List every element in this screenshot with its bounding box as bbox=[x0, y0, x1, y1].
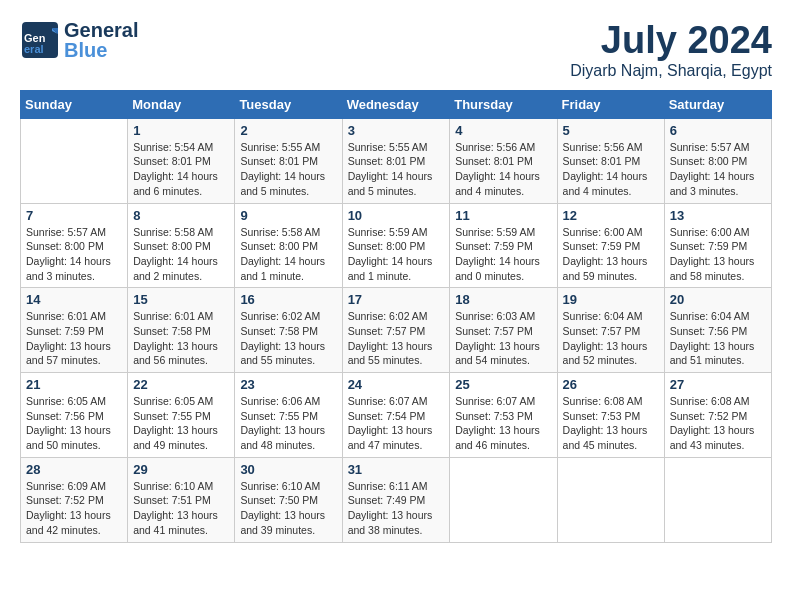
day-info: Sunrise: 6:04 AM Sunset: 7:56 PM Dayligh… bbox=[670, 309, 766, 368]
title-block: July 2024 Diyarb Najm, Sharqia, Egypt bbox=[570, 20, 772, 80]
day-info: Sunrise: 6:02 AM Sunset: 7:58 PM Dayligh… bbox=[240, 309, 336, 368]
day-number: 15 bbox=[133, 292, 229, 307]
calendar-cell bbox=[557, 457, 664, 542]
logo-general: General bbox=[64, 20, 138, 40]
day-of-week-header: Tuesday bbox=[235, 90, 342, 118]
day-info: Sunrise: 5:59 AM Sunset: 7:59 PM Dayligh… bbox=[455, 225, 551, 284]
day-of-week-header: Sunday bbox=[21, 90, 128, 118]
calendar-cell: 20Sunrise: 6:04 AM Sunset: 7:56 PM Dayli… bbox=[664, 288, 771, 373]
calendar-cell: 29Sunrise: 6:10 AM Sunset: 7:51 PM Dayli… bbox=[128, 457, 235, 542]
day-info: Sunrise: 6:02 AM Sunset: 7:57 PM Dayligh… bbox=[348, 309, 445, 368]
day-info: Sunrise: 6:11 AM Sunset: 7:49 PM Dayligh… bbox=[348, 479, 445, 538]
calendar-cell: 3Sunrise: 5:55 AM Sunset: 8:01 PM Daylig… bbox=[342, 118, 450, 203]
logo-icon: Gen eral bbox=[20, 20, 60, 60]
day-of-week-header: Friday bbox=[557, 90, 664, 118]
day-of-week-header: Saturday bbox=[664, 90, 771, 118]
day-info: Sunrise: 5:56 AM Sunset: 8:01 PM Dayligh… bbox=[455, 140, 551, 199]
day-info: Sunrise: 6:06 AM Sunset: 7:55 PM Dayligh… bbox=[240, 394, 336, 453]
day-info: Sunrise: 6:00 AM Sunset: 7:59 PM Dayligh… bbox=[563, 225, 659, 284]
day-info: Sunrise: 5:58 AM Sunset: 8:00 PM Dayligh… bbox=[133, 225, 229, 284]
calendar-cell: 7Sunrise: 5:57 AM Sunset: 8:00 PM Daylig… bbox=[21, 203, 128, 288]
calendar-cell: 6Sunrise: 5:57 AM Sunset: 8:00 PM Daylig… bbox=[664, 118, 771, 203]
calendar-cell: 22Sunrise: 6:05 AM Sunset: 7:55 PM Dayli… bbox=[128, 373, 235, 458]
calendar-cell: 30Sunrise: 6:10 AM Sunset: 7:50 PM Dayli… bbox=[235, 457, 342, 542]
calendar-table: SundayMondayTuesdayWednesdayThursdayFrid… bbox=[20, 90, 772, 543]
calendar-week-row: 28Sunrise: 6:09 AM Sunset: 7:52 PM Dayli… bbox=[21, 457, 772, 542]
calendar-cell: 19Sunrise: 6:04 AM Sunset: 7:57 PM Dayli… bbox=[557, 288, 664, 373]
day-info: Sunrise: 6:05 AM Sunset: 7:56 PM Dayligh… bbox=[26, 394, 122, 453]
calendar-cell: 1Sunrise: 5:54 AM Sunset: 8:01 PM Daylig… bbox=[128, 118, 235, 203]
day-number: 9 bbox=[240, 208, 336, 223]
svg-text:eral: eral bbox=[24, 43, 44, 55]
calendar-cell: 17Sunrise: 6:02 AM Sunset: 7:57 PM Dayli… bbox=[342, 288, 450, 373]
day-info: Sunrise: 6:10 AM Sunset: 7:51 PM Dayligh… bbox=[133, 479, 229, 538]
day-number: 29 bbox=[133, 462, 229, 477]
day-info: Sunrise: 5:55 AM Sunset: 8:01 PM Dayligh… bbox=[348, 140, 445, 199]
day-number: 14 bbox=[26, 292, 122, 307]
calendar-cell bbox=[450, 457, 557, 542]
calendar-cell: 4Sunrise: 5:56 AM Sunset: 8:01 PM Daylig… bbox=[450, 118, 557, 203]
day-number: 18 bbox=[455, 292, 551, 307]
day-number: 31 bbox=[348, 462, 445, 477]
calendar-cell: 13Sunrise: 6:00 AM Sunset: 7:59 PM Dayli… bbox=[664, 203, 771, 288]
day-number: 2 bbox=[240, 123, 336, 138]
day-number: 17 bbox=[348, 292, 445, 307]
calendar-cell: 24Sunrise: 6:07 AM Sunset: 7:54 PM Dayli… bbox=[342, 373, 450, 458]
day-number: 4 bbox=[455, 123, 551, 138]
day-number: 16 bbox=[240, 292, 336, 307]
day-number: 5 bbox=[563, 123, 659, 138]
day-number: 26 bbox=[563, 377, 659, 392]
day-info: Sunrise: 6:07 AM Sunset: 7:54 PM Dayligh… bbox=[348, 394, 445, 453]
day-info: Sunrise: 6:04 AM Sunset: 7:57 PM Dayligh… bbox=[563, 309, 659, 368]
day-info: Sunrise: 6:01 AM Sunset: 7:59 PM Dayligh… bbox=[26, 309, 122, 368]
day-number: 28 bbox=[26, 462, 122, 477]
day-info: Sunrise: 5:58 AM Sunset: 8:00 PM Dayligh… bbox=[240, 225, 336, 284]
day-info: Sunrise: 6:05 AM Sunset: 7:55 PM Dayligh… bbox=[133, 394, 229, 453]
day-number: 10 bbox=[348, 208, 445, 223]
calendar-cell: 11Sunrise: 5:59 AM Sunset: 7:59 PM Dayli… bbox=[450, 203, 557, 288]
location-subtitle: Diyarb Najm, Sharqia, Egypt bbox=[570, 62, 772, 80]
calendar-cell: 31Sunrise: 6:11 AM Sunset: 7:49 PM Dayli… bbox=[342, 457, 450, 542]
day-number: 30 bbox=[240, 462, 336, 477]
day-info: Sunrise: 6:08 AM Sunset: 7:53 PM Dayligh… bbox=[563, 394, 659, 453]
calendar-cell: 21Sunrise: 6:05 AM Sunset: 7:56 PM Dayli… bbox=[21, 373, 128, 458]
calendar-cell: 5Sunrise: 5:56 AM Sunset: 8:01 PM Daylig… bbox=[557, 118, 664, 203]
day-number: 23 bbox=[240, 377, 336, 392]
header: Gen eral General Blue July 2024 Diyarb N… bbox=[20, 20, 772, 80]
day-of-week-header: Wednesday bbox=[342, 90, 450, 118]
logo-blue: Blue bbox=[64, 40, 138, 60]
calendar-cell: 27Sunrise: 6:08 AM Sunset: 7:52 PM Dayli… bbox=[664, 373, 771, 458]
day-number: 6 bbox=[670, 123, 766, 138]
day-number: 21 bbox=[26, 377, 122, 392]
month-year-title: July 2024 bbox=[570, 20, 772, 62]
day-info: Sunrise: 6:01 AM Sunset: 7:58 PM Dayligh… bbox=[133, 309, 229, 368]
calendar-cell bbox=[21, 118, 128, 203]
calendar-cell: 10Sunrise: 5:59 AM Sunset: 8:00 PM Dayli… bbox=[342, 203, 450, 288]
calendar-cell: 28Sunrise: 6:09 AM Sunset: 7:52 PM Dayli… bbox=[21, 457, 128, 542]
day-info: Sunrise: 5:57 AM Sunset: 8:00 PM Dayligh… bbox=[26, 225, 122, 284]
day-number: 19 bbox=[563, 292, 659, 307]
day-info: Sunrise: 5:59 AM Sunset: 8:00 PM Dayligh… bbox=[348, 225, 445, 284]
day-number: 7 bbox=[26, 208, 122, 223]
calendar-cell: 8Sunrise: 5:58 AM Sunset: 8:00 PM Daylig… bbox=[128, 203, 235, 288]
day-number: 27 bbox=[670, 377, 766, 392]
calendar-cell: 18Sunrise: 6:03 AM Sunset: 7:57 PM Dayli… bbox=[450, 288, 557, 373]
day-number: 24 bbox=[348, 377, 445, 392]
calendar-cell: 25Sunrise: 6:07 AM Sunset: 7:53 PM Dayli… bbox=[450, 373, 557, 458]
calendar-cell: 12Sunrise: 6:00 AM Sunset: 7:59 PM Dayli… bbox=[557, 203, 664, 288]
day-of-week-header: Thursday bbox=[450, 90, 557, 118]
calendar-cell: 9Sunrise: 5:58 AM Sunset: 8:00 PM Daylig… bbox=[235, 203, 342, 288]
calendar-week-row: 14Sunrise: 6:01 AM Sunset: 7:59 PM Dayli… bbox=[21, 288, 772, 373]
day-info: Sunrise: 6:10 AM Sunset: 7:50 PM Dayligh… bbox=[240, 479, 336, 538]
day-info: Sunrise: 5:57 AM Sunset: 8:00 PM Dayligh… bbox=[670, 140, 766, 199]
calendar-cell: 26Sunrise: 6:08 AM Sunset: 7:53 PM Dayli… bbox=[557, 373, 664, 458]
day-info: Sunrise: 6:03 AM Sunset: 7:57 PM Dayligh… bbox=[455, 309, 551, 368]
day-number: 20 bbox=[670, 292, 766, 307]
calendar-cell: 16Sunrise: 6:02 AM Sunset: 7:58 PM Dayli… bbox=[235, 288, 342, 373]
day-number: 11 bbox=[455, 208, 551, 223]
calendar-week-row: 21Sunrise: 6:05 AM Sunset: 7:56 PM Dayli… bbox=[21, 373, 772, 458]
logo: Gen eral General Blue bbox=[20, 20, 138, 60]
day-info: Sunrise: 6:00 AM Sunset: 7:59 PM Dayligh… bbox=[670, 225, 766, 284]
day-number: 3 bbox=[348, 123, 445, 138]
calendar-cell: 15Sunrise: 6:01 AM Sunset: 7:58 PM Dayli… bbox=[128, 288, 235, 373]
